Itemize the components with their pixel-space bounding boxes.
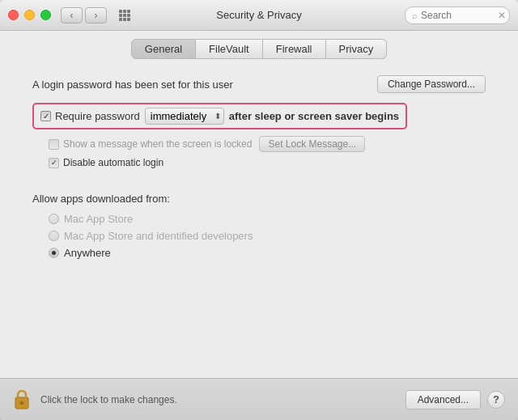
titlebar: ‹ › Security & Privacy ⌕ ✕ xyxy=(0,0,518,31)
change-password-button[interactable]: Change Password... xyxy=(377,75,486,93)
radio-anywhere-row: Anywhere xyxy=(32,247,486,259)
show-message-checkbox[interactable] xyxy=(49,139,59,150)
disable-auto-login-label: Disable automatic login xyxy=(63,157,163,168)
footer: Click the lock to make changes. Advanced… xyxy=(0,378,518,420)
close-button[interactable] xyxy=(8,10,19,20)
radio-mac-app-store[interactable] xyxy=(49,214,59,224)
radio-mac-app-store-identified[interactable] xyxy=(49,231,59,241)
minimize-button[interactable] xyxy=(24,10,35,20)
radio-mac-app-store-label: Mac App Store xyxy=(64,213,133,225)
forward-button[interactable]: › xyxy=(85,7,107,23)
main-window: ‹ › Security & Privacy ⌕ ✕ General FileV… xyxy=(0,0,518,420)
lock-text: Click the lock to make changes. xyxy=(40,394,177,405)
window-title: Security & Privacy xyxy=(216,9,301,21)
radio-dot-icon xyxy=(52,251,56,255)
help-button[interactable]: ? xyxy=(487,391,505,409)
tab-firewall[interactable]: Firewall xyxy=(263,39,326,59)
immediately-dropdown-wrapper: immediately ⬍ xyxy=(145,108,224,125)
require-password-checkbox[interactable]: ✓ xyxy=(40,111,51,121)
radio-mac-app-store-identified-row: Mac App Store and identified developers xyxy=(32,230,486,242)
login-password-text: A login password has been set for this u… xyxy=(32,78,233,91)
require-password-label: Require password xyxy=(55,110,140,122)
advanced-button[interactable]: Advanced... xyxy=(405,390,481,409)
require-password-row: ✓ Require password immediately ⬍ after s… xyxy=(32,103,407,129)
require-password-checkbox-label[interactable]: ✓ Require password xyxy=(40,110,140,122)
tab-privacy[interactable]: Privacy xyxy=(326,39,388,59)
tab-general[interactable]: General xyxy=(131,39,196,59)
search-input[interactable] xyxy=(421,10,486,21)
after-sleep-text: after sleep or screen saver begins xyxy=(229,110,399,122)
search-icon: ⌕ xyxy=(412,11,418,20)
tabs-toolbar: General FileVault Firewall Privacy xyxy=(0,31,518,59)
allow-apps-title: Allow apps downloaded from: xyxy=(32,193,486,205)
radio-anywhere-label: Anywhere xyxy=(64,247,111,259)
lock-section: Click the lock to make changes. xyxy=(13,388,177,412)
radio-anywhere[interactable] xyxy=(49,248,59,258)
set-lock-message-button[interactable]: Set Lock Message... xyxy=(259,136,365,152)
login-password-row: A login password has been set for this u… xyxy=(32,75,486,93)
maximize-button[interactable] xyxy=(40,10,51,20)
disable-auto-login-checkbox[interactable]: ✓ xyxy=(49,158,59,168)
tab-filevault[interactable]: FileVault xyxy=(196,39,263,59)
lock-svg xyxy=(13,388,31,410)
show-message-row: Show a message when the screen is locked… xyxy=(32,136,486,152)
radio-mac-app-store-row: Mac App Store xyxy=(32,213,486,225)
nav-buttons: ‹ › xyxy=(61,7,107,23)
checkmark-icon: ✓ xyxy=(43,112,49,121)
lock-icon[interactable] xyxy=(13,388,34,412)
clear-search-button[interactable]: ✕ xyxy=(498,10,506,21)
immediately-dropdown[interactable]: immediately xyxy=(145,108,224,125)
search-box: ⌕ ✕ xyxy=(405,6,510,24)
radio-mac-app-store-identified-label: Mac App Store and identified developers xyxy=(64,230,253,242)
disable-auto-login-row: ✓ Disable automatic login xyxy=(32,157,486,168)
svg-rect-1 xyxy=(20,401,24,405)
main-content: A login password has been set for this u… xyxy=(0,59,518,378)
traffic-lights xyxy=(8,10,51,20)
allow-apps-section: Allow apps downloaded from: Mac App Stor… xyxy=(32,193,486,259)
grid-icon xyxy=(119,10,130,21)
show-message-label: Show a message when the screen is locked xyxy=(63,138,252,150)
back-button[interactable]: ‹ xyxy=(61,7,83,23)
apps-grid-button[interactable] xyxy=(113,7,135,23)
checkmark-small-icon: ✓ xyxy=(51,159,57,167)
footer-right: Advanced... ? xyxy=(405,390,505,409)
